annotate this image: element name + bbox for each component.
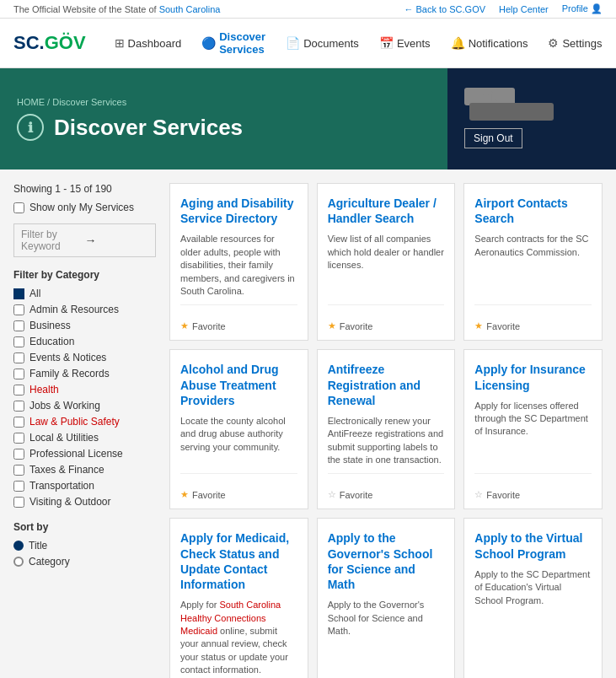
health-checkbox[interactable] — [13, 385, 24, 396]
category-education[interactable]: Education — [13, 336, 156, 347]
sort-title-radio[interactable] — [13, 541, 24, 551]
state-link[interactable]: South Carolina — [159, 4, 221, 14]
sort-category-radio[interactable] — [13, 557, 24, 567]
card-title[interactable]: Apply to the Governor's School for Scien… — [328, 530, 445, 592]
family-checkbox[interactable] — [13, 369, 24, 379]
card-antifreeze: Antifreeze Registration and Renewal Elec… — [317, 349, 456, 509]
star-icon: ★ — [474, 320, 483, 331]
card-title[interactable]: Alcohol and Drug Abuse Treatment Provide… — [180, 362, 297, 408]
card-title[interactable]: Agriculture Dealer / Handler Search — [328, 196, 445, 226]
documents-icon: 📄 — [286, 36, 300, 50]
card-desc: Available resources for older adults, pe… — [180, 233, 297, 298]
nav-settings[interactable]: ⚙ Settings — [539, 31, 610, 55]
visiting-checkbox[interactable] — [13, 497, 24, 508]
business-checkbox[interactable] — [13, 320, 24, 331]
card-title[interactable]: Antifreeze Registration and Renewal — [328, 362, 445, 408]
sort-title: Sort by — [13, 521, 156, 533]
nav-notifications[interactable]: 🔔 Notifications — [442, 31, 537, 55]
nav-events[interactable]: 📅 Events — [371, 31, 439, 55]
card-aging-disability: Aging and Disability Service Directory A… — [169, 183, 308, 341]
category-admin[interactable]: Admin & Resources — [13, 304, 156, 315]
healthy-connections-link[interactable]: South Carolina Healthy Connections Medic… — [180, 600, 281, 636]
card-favorite[interactable]: ★ Favorite — [180, 489, 297, 500]
sort-title-option[interactable]: Title — [13, 540, 156, 552]
keyword-filter[interactable]: Filter by Keyword → — [13, 223, 156, 257]
card-favorite[interactable]: ☆ Favorite — [328, 489, 445, 500]
help-center[interactable]: Help Center — [499, 4, 549, 14]
card-alcohol-drug: Alcohol and Drug Abuse Treatment Provide… — [169, 349, 308, 509]
top-bar: The Official Website of the State of Sou… — [0, 0, 616, 19]
category-local[interactable]: Local & Utilities — [13, 432, 156, 444]
card-title[interactable]: Aging and Disability Service Directory — [180, 196, 297, 226]
category-health[interactable]: Health — [13, 384, 156, 396]
category-taxes[interactable]: Taxes & Finance — [13, 464, 156, 476]
sidebar: Showing 1 - 15 of 190 Show only My Servi… — [13, 183, 169, 678]
back-to-scgov[interactable]: ← Back to SC.GOV — [404, 4, 485, 14]
star-icon: ★ — [328, 320, 336, 331]
card-favorite[interactable]: ★ Favorite — [180, 320, 297, 331]
page-title: ℹ Discover Services — [17, 114, 431, 141]
card-title[interactable]: Apply for Medicaid, Check Status and Upd… — [180, 530, 297, 592]
sort-category-option[interactable]: Category — [13, 556, 156, 568]
category-jobs[interactable]: Jobs & Working — [13, 400, 156, 412]
card-favorite[interactable]: ☆ Favorite — [474, 489, 592, 500]
nav-discover-services[interactable]: 🔵 Discover Services — [193, 25, 274, 61]
dashboard-icon: ⊞ — [115, 36, 125, 50]
all-checkbox-filled — [13, 288, 24, 299]
profile-link[interactable]: Profile 👤 — [562, 3, 603, 14]
taxes-checkbox[interactable] — [13, 465, 24, 476]
nav-dashboard[interactable]: ⊞ Dashboard — [106, 31, 190, 55]
card-title[interactable]: Apply to the Virtual School Program — [474, 530, 592, 561]
jobs-checkbox[interactable] — [13, 401, 24, 412]
category-transportation[interactable]: Transportation — [13, 480, 156, 492]
results-count: Showing 1 - 15 of 190 — [13, 183, 156, 195]
service-cards-grid: Aging and Disability Service Directory A… — [169, 183, 603, 678]
my-services-filter[interactable]: Show only My Services — [13, 202, 156, 213]
star-icon: ☆ — [474, 489, 483, 500]
info-icon: ℹ — [17, 114, 44, 141]
events-icon: 📅 — [379, 36, 394, 50]
events-checkbox[interactable] — [13, 352, 24, 363]
law-checkbox[interactable] — [13, 417, 24, 428]
card-desc: Search contracts for the SC Aeronautics … — [474, 233, 592, 298]
my-services-checkbox[interactable] — [13, 202, 24, 213]
category-all[interactable]: All — [13, 288, 156, 299]
card-agriculture-dealer: Agriculture Dealer / Handler Search View… — [317, 183, 456, 341]
card-airport-contacts: Airport Contacts Search Search contracts… — [463, 183, 603, 341]
category-family[interactable]: Family & Records — [13, 368, 156, 379]
card-title[interactable]: Apply for Insurance Licensing — [474, 362, 592, 392]
header: SC.GÖV ⊞ Dashboard 🔵 Discover Services 📄… — [0, 19, 616, 68]
breadcrumb-home[interactable]: HOME — [17, 97, 45, 107]
star-icon: ★ — [180, 489, 189, 500]
card-medicaid: Apply for Medicaid, Check Status and Upd… — [169, 518, 308, 678]
admin-checkbox[interactable] — [13, 304, 24, 315]
transportation-checkbox[interactable] — [13, 481, 24, 492]
law-label: Law & Public Safety — [29, 416, 120, 428]
professional-checkbox[interactable] — [13, 449, 24, 460]
logo[interactable]: SC.GÖV — [13, 32, 86, 54]
education-checkbox[interactable] — [13, 336, 24, 347]
category-professional[interactable]: Professional License — [13, 448, 156, 460]
card-desc: Apply for licenses offered through the S… — [474, 400, 592, 467]
sign-out-button[interactable]: Sign Out — [464, 128, 522, 148]
discover-services-icon: 🔵 — [201, 36, 216, 50]
card-desc: Apply to the Governor's School for Scien… — [328, 599, 445, 676]
card-favorite[interactable]: ★ Favorite — [328, 320, 445, 331]
category-business[interactable]: Business — [13, 320, 156, 331]
category-visiting[interactable]: Visiting & Outdoor — [13, 496, 156, 508]
card-title[interactable]: Airport Contacts Search — [474, 196, 592, 226]
card-desc: Apply to the SC Department of Education'… — [474, 568, 592, 677]
card-desc: Locate the county alcohol and drug abuse… — [180, 415, 297, 467]
category-law[interactable]: Law & Public Safety — [13, 416, 156, 428]
local-checkbox[interactable] — [13, 433, 24, 444]
user-greeting: Hi, — [464, 89, 599, 120]
official-text: The Official Website of the State of Sou… — [13, 4, 220, 14]
hero-banner: HOME / Discover Services ℹ Discover Serv… — [0, 68, 616, 170]
hero-right: Hi, Sign Out — [447, 68, 616, 170]
category-events[interactable]: Events & Notices — [13, 352, 156, 363]
card-favorite[interactable]: ★ Favorite — [474, 320, 592, 331]
settings-icon: ⚙ — [548, 36, 559, 50]
my-services-label: Show only My Services — [29, 202, 134, 213]
nav-documents[interactable]: 📄 Documents — [277, 31, 367, 55]
breadcrumb: HOME / Discover Services — [17, 97, 431, 107]
